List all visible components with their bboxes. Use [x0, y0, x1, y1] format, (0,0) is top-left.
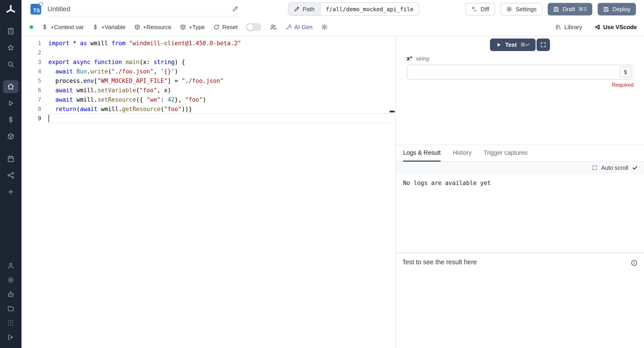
grid-icon [7, 319, 14, 326]
settings-button[interactable]: Settings [500, 3, 542, 16]
path-label: Path [303, 6, 315, 13]
deploy-button-label: Deploy [612, 6, 630, 13]
code-line[interactable]: 6 await wmill.setVariable("foo", x) [22, 86, 396, 95]
sidebar-item-user[interactable] [3, 260, 18, 271]
deploy-button[interactable]: Deploy [598, 3, 636, 16]
sidebar-item-add[interactable] [3, 186, 18, 198]
add-type-button[interactable]: +Type [180, 24, 205, 31]
sidebar-item-variables[interactable] [3, 113, 18, 126]
vscode-icon [594, 24, 600, 30]
diff-button[interactable]: Diff [465, 3, 495, 16]
sidebar-item-search[interactable] [3, 58, 18, 71]
code-line[interactable]: 3export async function main(x: string) { [22, 57, 396, 67]
refresh-icon [214, 24, 220, 30]
toggle-knob [246, 24, 254, 31]
folder-icon [7, 305, 14, 312]
current-line-highlight [48, 113, 390, 123]
windmill-logo-icon[interactable] [5, 4, 16, 16]
calendar-icon [7, 155, 14, 162]
code-line[interactable]: 4 await Bun.write("./foo.json", '{}') [22, 67, 396, 76]
argument-type: string [416, 56, 429, 62]
test-button[interactable]: Test ⌘↵ [490, 38, 536, 51]
edit-path-icon [294, 6, 300, 12]
dollar-icon [42, 24, 48, 30]
multiplayer-toggle[interactable] [246, 23, 261, 31]
test-button-label: Test [505, 42, 517, 48]
insert-variable-button[interactable]: $ [619, 66, 632, 78]
sidebar-item-favorites[interactable] [3, 41, 18, 54]
path-value[interactable]: f/all/demo_mocked_api_file [320, 3, 419, 16]
sidebar-item-workspace-settings[interactable] [3, 274, 18, 285]
info-icon[interactable] [630, 259, 638, 266]
code-line[interactable]: 8 return(await wmill.getResource("foo"))… [22, 104, 396, 114]
header-actions: Diff Settings Draft ⌘S Deploy [465, 3, 636, 16]
line-number: 3 [22, 57, 41, 67]
add-variable-button[interactable]: +Variable [92, 24, 126, 31]
sidebar-item-resources[interactable] [3, 130, 18, 143]
result-placeholder: Test to see the result here [402, 258, 477, 266]
logs-pane[interactable]: No logs are available yet [396, 174, 644, 252]
library-label: Library [564, 24, 582, 31]
star-icon [7, 44, 14, 52]
code-text: await wmill.setVariable("foo", x) [41, 86, 171, 95]
add-type-label: +Type [189, 24, 205, 31]
line-number: 9 [22, 114, 41, 123]
multiplayer-users-button[interactable] [270, 24, 277, 31]
robot-icon [7, 291, 14, 298]
code-line[interactable]: 1import * as wmill from "windmill-client… [22, 38, 396, 48]
sidebar-item-home[interactable] [3, 80, 18, 93]
cube-icon [7, 132, 14, 140]
sidebar-item-expand-sidebar[interactable] [3, 332, 18, 343]
script-title-field[interactable]: Untitled [46, 2, 242, 16]
editor-settings-button[interactable] [321, 24, 328, 30]
sidebar-item-workers[interactable] [3, 289, 18, 300]
add-resource-button[interactable]: +Resource [134, 24, 171, 31]
tab-history[interactable]: History [453, 145, 472, 162]
code-text: process.env["WM_MOCKED_API_FILE"] = "./f… [41, 76, 224, 86]
sidebar-item-runs[interactable] [3, 97, 18, 110]
code-line[interactable]: 7 await wmill.setResource({ "we": 42}, "… [22, 95, 396, 104]
path-label-segment[interactable]: Path [288, 3, 321, 16]
content-row: 1import * as wmill from "windmill-client… [22, 36, 644, 348]
add-resource-label: +Resource [143, 24, 171, 31]
path-pill[interactable]: Path f/all/demo_mocked_api_file [288, 2, 420, 16]
tab-trigger-captures[interactable]: Trigger captures [484, 145, 528, 162]
sidebar-item-folders[interactable] [3, 303, 18, 314]
edit-title-icon[interactable] [232, 6, 238, 12]
code-line[interactable]: 5 process.env["WM_MOCKED_API_FILE"] = ".… [22, 76, 396, 86]
use-vscode-button[interactable]: Use VScode [594, 24, 637, 31]
code-editor[interactable]: 1import * as wmill from "windmill-client… [22, 36, 396, 348]
library-button[interactable]: Library [555, 24, 582, 31]
language-badge[interactable]: TS [30, 4, 41, 14]
code-text: return(await wmill.getResource("foo"))} [41, 104, 192, 114]
add-context-var-button[interactable]: +Context var [42, 24, 84, 31]
user-icon [7, 262, 14, 269]
required-asterisk: * [410, 55, 412, 62]
dollar-icon [7, 116, 14, 124]
dollar-sign: $ [624, 69, 627, 75]
calculator-icon [7, 27, 14, 35]
home-icon [7, 83, 14, 90]
sidebar-item-schedules[interactable] [3, 152, 18, 165]
draft-button[interactable]: Draft ⌘S [548, 3, 592, 16]
argument-x-input[interactable] [409, 66, 619, 78]
line-number: 6 [22, 86, 41, 95]
plus-icon [7, 188, 14, 196]
test-options-button[interactable] [536, 38, 550, 51]
tab-logs-result[interactable]: Logs & Result [403, 145, 441, 162]
reset-button[interactable]: Reset [214, 24, 238, 31]
sidebar-item-flows[interactable] [3, 169, 18, 182]
line-number: 4 [22, 67, 41, 76]
users-icon [270, 24, 277, 31]
sidebar-item-calculator[interactable] [3, 25, 18, 38]
windmill-script-editor: TS Untitled Path f/all/demo_mocked_api_f… [0, 0, 644, 348]
code-line[interactable]: 9 [22, 114, 396, 123]
expand-logs-icon[interactable] [592, 165, 598, 171]
ai-gen-button[interactable]: AI Gen [286, 24, 312, 31]
script-title[interactable]: Untitled [48, 5, 70, 13]
check-icon[interactable] [632, 164, 638, 171]
use-vscode-label: Use VScode [603, 24, 637, 31]
sidebar-item-apps[interactable] [3, 318, 18, 328]
line-number: 2 [22, 48, 41, 57]
code-line[interactable]: 2 [22, 48, 396, 57]
